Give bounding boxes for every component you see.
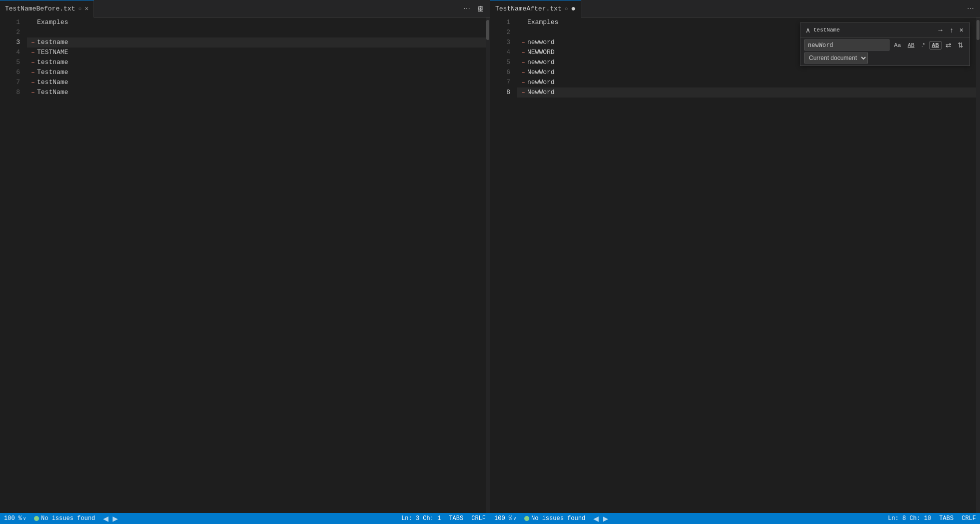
right-tab-title: TestNameAfter.txt xyxy=(495,5,562,12)
find-nav-flip-v-btn[interactable]: ⇅ xyxy=(955,40,965,50)
right-tab-actions: ⋯ xyxy=(961,4,980,14)
right-issues-icon xyxy=(524,516,529,521)
left-code-line-4: – TESTNAME xyxy=(27,48,486,58)
right-code-area[interactable]: Examples – newword – xyxy=(515,18,976,513)
find-replace-nav-next-btn[interactable]: → xyxy=(935,25,946,35)
find-match-case-btn[interactable]: Aa xyxy=(891,40,903,50)
find-regex-btn[interactable]: .* xyxy=(919,41,927,50)
line-num-2: 2 xyxy=(0,28,25,38)
line-num-3: 3 xyxy=(0,38,25,48)
left-status-position[interactable]: Ln: 3 Ch: 1 xyxy=(397,513,445,524)
right-position-text: Ln: 8 Ch: 10 xyxy=(888,515,931,522)
left-zoom-chevron: ∨ xyxy=(23,516,26,522)
left-code-line-6: – Testname xyxy=(27,68,486,78)
find-replace-widget: ∧ testName → ↑ × Aa AB .* AB ⇄ ⇅ xyxy=(800,22,970,66)
find-replace-title: testName xyxy=(813,27,933,33)
right-line-num-8: 8 xyxy=(490,88,515,98)
right-status-zoom[interactable]: 100 % ∨ xyxy=(490,513,520,524)
left-status-line-ending[interactable]: CRLF xyxy=(467,513,490,524)
right-tab[interactable]: TestNameAfter.txt ○ ● xyxy=(490,0,581,18)
left-status-issues[interactable]: No issues found xyxy=(30,513,99,524)
right-status-issues[interactable]: No issues found xyxy=(520,513,589,524)
right-status-line-ending[interactable]: CRLF xyxy=(957,513,980,524)
right-scrollbar-thumb[interactable] xyxy=(976,20,979,40)
left-code-text-3: testname xyxy=(37,38,68,48)
left-tab-title: TestNameBefore.txt xyxy=(5,5,75,12)
right-statusbar: 100 % ∨ No issues found ◀ ▶ Ln: 8 Ch: 10… xyxy=(490,513,980,524)
right-zoom-chevron: ∨ xyxy=(513,516,516,522)
left-status-tabs[interactable]: TABS xyxy=(445,513,467,524)
find-whole-word-btn[interactable]: AB xyxy=(905,41,917,50)
find-replace-icon-btn[interactable]: AB xyxy=(929,41,941,50)
right-tabs-text: TABS xyxy=(939,515,953,522)
right-tab-pin-icon[interactable]: ○ xyxy=(565,6,568,12)
right-issues-text: No issues found xyxy=(531,515,585,522)
right-code-text-6: NewWord xyxy=(527,68,555,78)
right-tab-modified-dot[interactable]: ● xyxy=(571,4,576,14)
left-status-zoom[interactable]: 100 % ∨ xyxy=(0,513,30,524)
left-scroll-right-btn[interactable]: ▶ xyxy=(111,514,120,522)
left-code-text-8: TestName xyxy=(37,88,68,98)
left-status-arrows: ◀ ▶ xyxy=(99,514,122,522)
right-zoom-value: 100 % xyxy=(494,515,512,522)
left-issues-icon xyxy=(34,516,39,521)
find-scope-container: Current document All open files xyxy=(804,52,965,64)
right-line-num-6: 6 xyxy=(490,68,515,78)
find-nav-flip-btn[interactable]: ⇄ xyxy=(943,40,953,50)
left-code-text-1: Examples xyxy=(37,18,68,28)
find-replace-close-btn[interactable]: × xyxy=(957,25,965,35)
left-tab-pin-icon[interactable]: ○ xyxy=(78,6,82,12)
right-code-text-7: newWord xyxy=(527,78,555,88)
find-replace-header: ∧ testName → ↑ × xyxy=(800,23,969,38)
line-num-8: 8 xyxy=(0,88,25,98)
find-replace-collapse-btn[interactable]: ∧ xyxy=(804,25,811,35)
left-line-numbers: 1 2 3 4 5 6 7 8 xyxy=(0,18,25,513)
left-code-text-5: testname xyxy=(37,58,68,68)
right-scroll-left-btn[interactable]: ◀ xyxy=(591,514,601,522)
left-tabs-text: TABS xyxy=(449,515,463,522)
right-code-text-3: newword xyxy=(527,38,555,48)
line-num-6: 6 xyxy=(0,68,25,78)
right-status-tabs[interactable]: TABS xyxy=(935,513,957,524)
right-status-arrows: ◀ ▶ xyxy=(589,514,612,522)
left-scrollbar-thumb[interactable] xyxy=(486,20,489,40)
left-code-text-7: testName xyxy=(37,78,68,88)
right-line-num-3: 3 xyxy=(490,38,515,48)
left-tab-close-icon[interactable]: × xyxy=(85,5,89,13)
right-code-line-8: – NewWord xyxy=(517,88,976,98)
left-position-text: Ln: 3 Ch: 1 xyxy=(401,515,441,522)
left-scroll-left-btn[interactable]: ◀ xyxy=(101,514,111,522)
line-num-1: 1 xyxy=(0,18,25,28)
left-split-editor-button[interactable]: ⊞ xyxy=(475,3,486,14)
right-line-num-1: 1 xyxy=(490,18,515,28)
left-scrollbar[interactable] xyxy=(486,18,490,513)
right-code-text-5: newword xyxy=(527,58,555,68)
find-replace-nav-prev-btn[interactable]: ↑ xyxy=(948,25,955,35)
left-code-text-6: Testname xyxy=(37,68,68,78)
left-code-line-3: – testname xyxy=(27,38,486,48)
right-editor-content: 1 2 3 4 5 6 7 8 Examples xyxy=(490,18,980,513)
right-line-ending-text: CRLF xyxy=(961,515,976,522)
right-editor-panel: TestNameAfter.txt ○ ● ⋯ 1 2 3 4 5 6 7 8 xyxy=(490,0,980,524)
find-scope-row: Current document All open files xyxy=(800,52,969,66)
right-more-button[interactable]: ⋯ xyxy=(965,4,976,14)
right-line-num-4: 4 xyxy=(490,48,515,58)
right-line-num-7: 7 xyxy=(490,78,515,88)
left-issues-text: No issues found xyxy=(41,515,95,522)
left-code-area[interactable]: Examples – testname – xyxy=(25,18,486,513)
line-num-7: 7 xyxy=(0,78,25,88)
find-scope-select[interactable]: Current document All open files xyxy=(804,52,868,64)
right-status-position[interactable]: Ln: 8 Ch: 10 xyxy=(884,513,935,524)
left-more-button[interactable]: ⋯ xyxy=(461,4,472,14)
right-code-line-6: – NewWord xyxy=(517,68,976,78)
left-tab[interactable]: TestNameBefore.txt ○ × xyxy=(0,0,94,18)
left-line-ending-text: CRLF xyxy=(471,515,486,522)
right-line-num-5: 5 xyxy=(490,58,515,68)
left-editor-panel: TestNameBefore.txt ○ × ⋯ ⚙ ⊞ 1 2 3 4 5 6… xyxy=(0,0,490,524)
right-line-numbers: 1 2 3 4 5 6 7 8 xyxy=(490,18,515,513)
right-scroll-right-btn[interactable]: ▶ xyxy=(601,514,610,522)
right-scrollbar[interactable] xyxy=(976,18,980,513)
right-code-line-7: – newWord xyxy=(517,78,976,88)
find-input[interactable] xyxy=(804,40,889,50)
left-statusbar: 100 % ∨ No issues found ◀ ▶ Ln: 3 Ch: 1 … xyxy=(0,513,490,524)
